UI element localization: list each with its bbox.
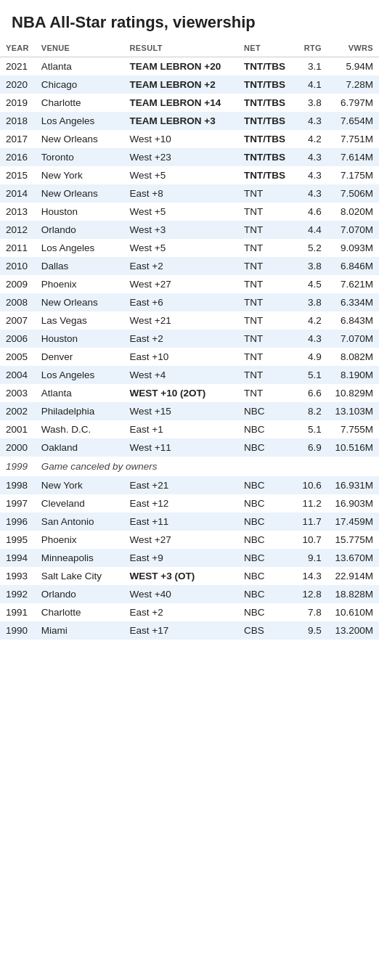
- table-row: 1991CharlotteEast +2NBC7.810.610M: [0, 603, 379, 621]
- table-row: 2009PhoenixWest +27TNT4.57.621M: [0, 275, 379, 293]
- cell-result: East +2: [124, 330, 238, 348]
- cell-rtg: 12.8: [292, 585, 327, 603]
- cell-rtg: 6.6: [292, 384, 327, 402]
- cell-year: 2000: [0, 438, 36, 457]
- data-table: YEAR VENUE RESULT NET RTG VWRS 2021Atlan…: [0, 39, 379, 640]
- cell-vwrs: 16.903M: [327, 494, 379, 513]
- cell-result: West +23: [124, 148, 238, 166]
- cell-venue: San Antonio: [36, 513, 124, 531]
- cell-rtg: 7.8: [292, 603, 327, 621]
- cell-result: West +40: [124, 585, 238, 603]
- table-row: 2017New OrleansWest +10TNT/TBS4.27.751M: [0, 130, 379, 148]
- cell-result: East +21: [124, 476, 238, 494]
- cell-rtg: 3.8: [292, 293, 327, 311]
- cell-net: TNT: [238, 184, 292, 203]
- cell-vwrs: 16.931M: [327, 476, 379, 494]
- cell-venue: Denver: [36, 348, 124, 366]
- cell-year: 2006: [0, 330, 36, 348]
- cell-year: 2008: [0, 293, 36, 311]
- cell-rtg: 10.6: [292, 476, 327, 494]
- cell-net: TNT/TBS: [238, 166, 292, 184]
- cell-rtg: 11.2: [292, 494, 327, 513]
- cell-rtg: 4.1: [292, 75, 327, 94]
- cell-year: 1999: [0, 457, 36, 476]
- cell-result: TEAM LEBRON +3: [124, 112, 238, 130]
- cell-venue: Phoenix: [36, 275, 124, 293]
- cell-year: 1993: [0, 567, 36, 585]
- cell-year: 2010: [0, 257, 36, 275]
- cell-year: 2009: [0, 275, 36, 293]
- cell-venue: Miami: [36, 621, 124, 640]
- cell-net: NBC: [238, 438, 292, 457]
- cell-venue: Minneapolis: [36, 549, 124, 567]
- cell-rtg: 4.6: [292, 203, 327, 221]
- cell-net: NBC: [238, 567, 292, 585]
- cell-venue: Atlanta: [36, 57, 124, 76]
- cell-vwrs: 9.093M: [327, 239, 379, 257]
- cell-result: West +3: [124, 221, 238, 239]
- table-row: 2000OaklandWest +11NBC6.910.516M: [0, 438, 379, 457]
- cell-net: NBC: [238, 549, 292, 567]
- cell-vwrs: 7.28M: [327, 75, 379, 94]
- cell-result: West +5: [124, 239, 238, 257]
- cell-rtg: 4.3: [292, 184, 327, 203]
- cell-result: TEAM LEBRON +14: [124, 94, 238, 112]
- cell-year: 2002: [0, 402, 36, 420]
- table-row: 2006HoustonEast +2TNT4.37.070M: [0, 330, 379, 348]
- table-row: 2018Los AngelesTEAM LEBRON +3TNT/TBS4.37…: [0, 112, 379, 130]
- cell-vwrs: 7.506M: [327, 184, 379, 203]
- table-row: 1995PhoenixWest +27NBC10.715.775M: [0, 531, 379, 549]
- cell-vwrs: 6.334M: [327, 293, 379, 311]
- cell-year: 2012: [0, 221, 36, 239]
- cell-vwrs: 10.516M: [327, 438, 379, 457]
- cell-venue: Los Angeles: [36, 112, 124, 130]
- cell-rtg: 4.2: [292, 311, 327, 330]
- cell-result: WEST +3 (OT): [124, 567, 238, 585]
- cell-net: NBC: [238, 494, 292, 513]
- cell-year: 2005: [0, 348, 36, 366]
- cell-venue: New Orleans: [36, 293, 124, 311]
- cell-result: East +6: [124, 293, 238, 311]
- cell-venue: Cleveland: [36, 494, 124, 513]
- cell-result: East +1: [124, 420, 238, 438]
- table-row: 1997ClevelandEast +12NBC11.216.903M: [0, 494, 379, 513]
- cell-venue: Chicago: [36, 75, 124, 94]
- table-row: 1994MinneapolisEast +9NBC9.113.670M: [0, 549, 379, 567]
- col-header-rtg: RTG: [292, 39, 327, 57]
- table-row: 2010DallasEast +2TNT3.86.846M: [0, 257, 379, 275]
- cell-result: West +21: [124, 311, 238, 330]
- cell-net: NBC: [238, 531, 292, 549]
- cell-venue: Toronto: [36, 148, 124, 166]
- cell-net: TNT: [238, 293, 292, 311]
- cell-year: 1991: [0, 603, 36, 621]
- cell-rtg: 11.7: [292, 513, 327, 531]
- cell-year: 2013: [0, 203, 36, 221]
- cell-result: East +2: [124, 603, 238, 621]
- cell-year: 1995: [0, 531, 36, 549]
- cell-result: East +8: [124, 184, 238, 203]
- cell-rtg: 9.1: [292, 549, 327, 567]
- cell-net: TNT: [238, 348, 292, 366]
- table-row: 2002PhiladelphiaWest +15NBC8.213.103M: [0, 402, 379, 420]
- cell-year: 2018: [0, 112, 36, 130]
- cell-venue: Salt Lake City: [36, 567, 124, 585]
- cell-net: TNT: [238, 239, 292, 257]
- cell-rtg: 4.4: [292, 221, 327, 239]
- table-row: 2004Los AngelesWest +4TNT5.18.190M: [0, 366, 379, 384]
- cell-vwrs: 17.459M: [327, 513, 379, 531]
- cell-result: West +5: [124, 166, 238, 184]
- cell-vwrs: 6.797M: [327, 94, 379, 112]
- col-header-result: RESULT: [124, 39, 238, 57]
- table-row: 2012OrlandoWest +3TNT4.47.070M: [0, 221, 379, 239]
- cell-rtg: 4.9: [292, 348, 327, 366]
- cell-rtg: 9.5: [292, 621, 327, 640]
- cell-rtg: 8.2: [292, 402, 327, 420]
- cell-rtg: 4.3: [292, 112, 327, 130]
- table-row: 2021AtlantaTEAM LEBRON +20TNT/TBS3.15.94…: [0, 57, 379, 76]
- cell-canceled-message: Game canceled by owners: [36, 457, 379, 476]
- cell-rtg: 5.1: [292, 366, 327, 384]
- cell-vwrs: 7.751M: [327, 130, 379, 148]
- cell-venue: Los Angeles: [36, 366, 124, 384]
- cell-net: TNT: [238, 384, 292, 402]
- cell-vwrs: 8.082M: [327, 348, 379, 366]
